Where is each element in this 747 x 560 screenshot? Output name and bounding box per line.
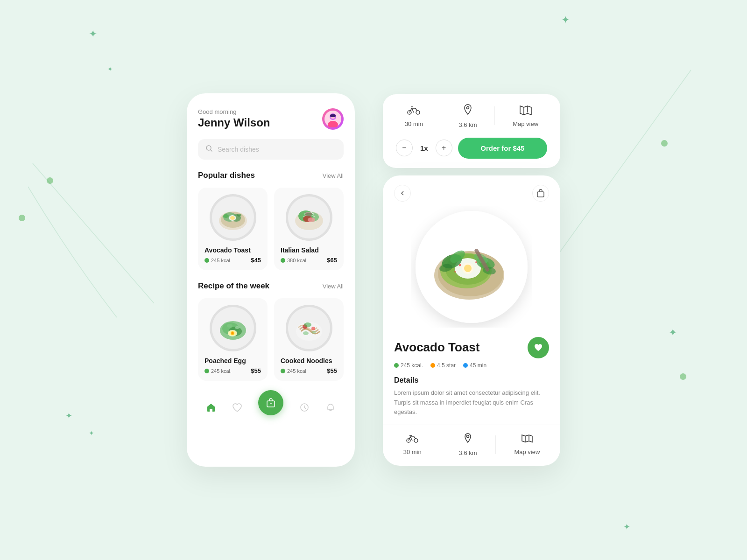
- rating-dot: [430, 363, 435, 368]
- search-bar[interactable]: Search dishes: [198, 139, 344, 160]
- svg-point-12: [230, 216, 235, 220]
- svg-rect-4: [330, 114, 336, 117]
- cooked-noodles-name: Cooked Noodles: [281, 357, 337, 364]
- search-input[interactable]: Search dishes: [218, 146, 259, 153]
- detail-metric-time[interactable]: 30 min: [403, 434, 422, 455]
- details-section-title: Details: [394, 376, 549, 385]
- kcal-indicator: [281, 369, 285, 373]
- qty-decrease[interactable]: −: [396, 140, 413, 156]
- metric-distance[interactable]: 3.6 km: [459, 104, 477, 128]
- svg-point-64: [475, 261, 477, 263]
- detail-dish-name: Avocado Toast: [394, 340, 479, 355]
- cooked-noodles-price: $55: [327, 367, 337, 374]
- detail-metric-map[interactable]: Map view: [514, 434, 540, 455]
- back-button[interactable]: [394, 185, 411, 202]
- quantity-controls: − 1x +: [396, 140, 452, 156]
- kcal-indicator: [281, 258, 285, 263]
- detail-info: Avocado Toast 245 kcal. 4.5 star: [383, 337, 560, 417]
- recipe-view-all[interactable]: View All: [323, 283, 344, 290]
- poached-egg-kcal: 245 kcal.: [204, 368, 232, 374]
- stat-kcal: 245 kcal.: [394, 362, 423, 369]
- poached-egg-name: Poached Egg: [204, 357, 261, 364]
- svg-point-35: [311, 327, 315, 330]
- avocado-toast-image: [210, 194, 256, 241]
- detail-metric-dist[interactable]: 3.6 km: [459, 433, 477, 456]
- phone-header: Good morning Jenny Wilson: [198, 108, 344, 130]
- italian-salad-price: $65: [327, 257, 337, 264]
- svg-point-20: [308, 217, 315, 222]
- bike-icon-2: [406, 434, 418, 446]
- italian-salad-name: Italian Salad: [281, 246, 337, 254]
- avocado-toast-kcal: 245 kcal.: [204, 258, 232, 263]
- order-button[interactable]: Order for $45: [458, 138, 547, 159]
- svg-point-29: [231, 332, 233, 335]
- svg-point-36: [304, 322, 311, 327]
- svg-point-44: [467, 106, 469, 109]
- location-icon-2: [463, 433, 472, 447]
- svg-point-68: [414, 439, 418, 442]
- detail-card-header: [383, 175, 560, 202]
- qty-increase[interactable]: +: [436, 140, 452, 156]
- cart-button[interactable]: [532, 185, 549, 202]
- cooked-noodles-image: [286, 305, 332, 351]
- stat-rating: 4.5 star: [430, 362, 456, 369]
- svg-point-31: [235, 326, 240, 329]
- svg-point-13: [223, 214, 229, 218]
- svg-point-21: [305, 212, 312, 217]
- user-name: Jenny Wilson: [198, 116, 270, 129]
- bottom-nav: [198, 392, 344, 415]
- kcal-indicator: [204, 258, 209, 263]
- metric-time-label: 30 min: [405, 120, 423, 127]
- food-plate-svg: [411, 206, 532, 328]
- metric-time[interactable]: 30 min: [405, 105, 423, 127]
- avatar[interactable]: [322, 108, 344, 130]
- avocado-toast-price: $45: [251, 257, 261, 264]
- poached-egg-price: $55: [251, 367, 261, 374]
- dish-card-avocado[interactable]: Avocado Toast 245 kcal. $45: [198, 188, 268, 270]
- detail-dish-row: Avocado Toast: [394, 337, 549, 358]
- info-metrics: 30 min 3.6 km: [396, 104, 547, 128]
- nav-cart-center[interactable]: [258, 390, 283, 415]
- top-info-card: 30 min 3.6 km: [383, 94, 560, 168]
- popular-view-all[interactable]: View All: [323, 172, 344, 179]
- stat-time: 45 min: [463, 362, 486, 369]
- nav-notifications[interactable]: [325, 402, 336, 413]
- italian-salad-kcal: 380 kcal.: [281, 258, 308, 263]
- nav-favorites[interactable]: [232, 402, 242, 413]
- dish-card-italian[interactable]: Italian Salad 380 kcal. $65: [274, 188, 344, 270]
- poached-egg-image: [210, 305, 256, 351]
- italian-salad-image: [286, 194, 332, 241]
- poached-egg-meta: 245 kcal. $55: [204, 367, 261, 374]
- location-icon: [463, 104, 473, 119]
- nav-history[interactable]: [299, 402, 310, 413]
- popular-section-header: Popular dishes View All: [198, 171, 344, 180]
- svg-point-63: [459, 264, 461, 266]
- nav-home[interactable]: [206, 402, 216, 413]
- recipe-section-header: Recipe of the week View All: [198, 281, 344, 291]
- avocado-toast-meta: 245 kcal. $45: [204, 257, 261, 264]
- popular-title: Popular dishes: [198, 171, 255, 180]
- cooked-noodles-meta: 245 kcal. $55: [281, 367, 337, 374]
- popular-dish-grid: Avocado Toast 245 kcal. $45: [198, 188, 344, 270]
- detail-stats: 245 kcal. 4.5 star 45 min: [394, 362, 549, 369]
- dish-card-noodles[interactable]: Cooked Noodles 245 kcal. $55: [274, 298, 344, 381]
- detail-description: Lorem ipsum dolor sit amet consectetur a…: [394, 388, 549, 417]
- metric-map-label: Map view: [513, 120, 538, 127]
- detail-metric-dist-label: 3.6 km: [459, 449, 477, 456]
- map-icon: [520, 105, 532, 118]
- svg-point-37: [303, 331, 309, 335]
- avocado-toast-name: Avocado Toast: [204, 246, 261, 254]
- detail-metric-map-label: Map view: [514, 448, 540, 455]
- metric-map[interactable]: Map view: [513, 105, 538, 127]
- favorite-button[interactable]: [528, 337, 549, 358]
- time-dot: [463, 363, 468, 368]
- search-icon: [205, 145, 213, 154]
- dish-card-poached[interactable]: Poached Egg 245 kcal. $55: [198, 298, 268, 381]
- recipe-title: Recipe of the week: [198, 281, 269, 291]
- bike-icon: [407, 105, 420, 118]
- svg-rect-39: [267, 401, 275, 407]
- kcal-indicator: [204, 369, 209, 373]
- kcal-dot: [394, 363, 399, 368]
- greeting-block: Good morning Jenny Wilson: [198, 108, 270, 129]
- detail-card: Avocado Toast 245 kcal. 4.5 star: [383, 175, 560, 466]
